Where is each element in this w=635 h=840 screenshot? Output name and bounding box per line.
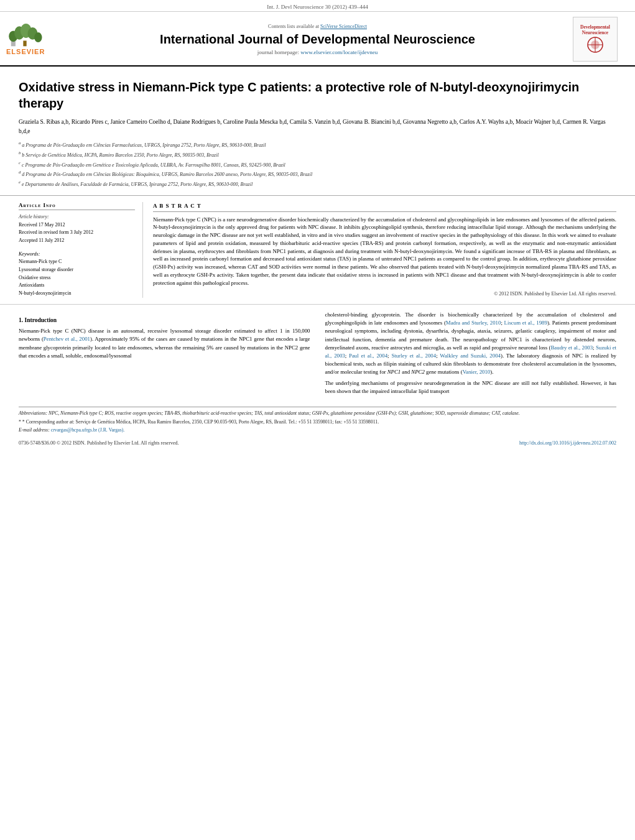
abbreviations-note: Abbreviations: NPC, Niemann-Pick type C;… bbox=[19, 410, 616, 417]
affil-a: a a Programa de Pós-Graduação em Ciência… bbox=[19, 140, 616, 149]
affiliations: a a Programa de Pós-Graduação em Ciência… bbox=[19, 140, 616, 188]
page: Int. J. Devl Neuroscience 30 (2012) 439–… bbox=[0, 0, 635, 840]
copyright: © 2012 ISDN. Published by Elsevier Ltd. … bbox=[153, 290, 616, 298]
elsevier-graphic-icon bbox=[6, 23, 44, 48]
email-link[interactable]: crvargas@hcpa.ufrgs.br (J.R. Vargas). bbox=[51, 427, 125, 433]
article-info-abstract: Article Info Article history: Received 1… bbox=[0, 196, 635, 304]
keywords-label: Keywords: bbox=[19, 251, 135, 257]
devneuro-logo-icon bbox=[580, 35, 611, 54]
ref-walkley[interactable]: Walkley and Suzuki, 2004 bbox=[440, 353, 501, 359]
keywords-list: Niemann-Pick type C Lysosomal storage di… bbox=[19, 258, 135, 298]
affil-e: e e Departamento de Análises, Faculdade … bbox=[19, 179, 616, 188]
intro-para-2: cholesterol-binding glycoprotein. The di… bbox=[325, 311, 617, 377]
top-citation-bar: Int. J. Devl Neuroscience 30 (2012) 439–… bbox=[0, 0, 635, 12]
keywords-block: Keywords: Niemann-Pick type C Lysosomal … bbox=[19, 251, 135, 298]
article-history: Article history: Received 17 May 2012 Re… bbox=[19, 214, 135, 245]
ref-liscum[interactable]: Liscum et al., 1989 bbox=[504, 320, 547, 326]
elsevier-text: ELSEVIER bbox=[6, 48, 62, 55]
article-header: Oxidative stress in Niemann-Pick type C … bbox=[0, 67, 635, 196]
article-title: Oxidative stress in Niemann-Pick type C … bbox=[19, 79, 616, 111]
history-label: Article history: bbox=[19, 214, 135, 219]
ref-sturley[interactable]: Sturley et al., 2004 bbox=[391, 353, 436, 359]
bottom-bar: 0736-5748/$36.00 © 2012 ISDN. Published … bbox=[0, 436, 635, 448]
article-info-col: Article Info Article history: Received 1… bbox=[19, 202, 143, 298]
homepage-link[interactable]: www.elsevier.com/locate/ijdevneu bbox=[300, 49, 378, 55]
svg-point-5 bbox=[34, 32, 42, 42]
body-col-right: cholesterol-binding glycoprotein. The di… bbox=[318, 311, 617, 398]
contents-available: Contents lists available at SciVerse Sci… bbox=[62, 24, 573, 29]
body-section: 1. Introduction Niemann-Pick type C (NPC… bbox=[0, 304, 635, 404]
journal-title-area: Contents lists available at SciVerse Sci… bbox=[62, 24, 573, 55]
intro-heading: 1. Introduction bbox=[19, 316, 310, 325]
received-date: Received 17 May 2012 Received in revised… bbox=[19, 221, 135, 245]
email-note: E-mail address: crvargas@hcpa.ufrgs.br (… bbox=[19, 427, 616, 434]
affil-b: b b Serviço de Genética Médica, HCPA, Ra… bbox=[19, 150, 616, 159]
intro-para-1: Niemann-Pick type C (NPC) disease is an … bbox=[19, 327, 310, 360]
ref-baudry[interactable]: Baudry et al., 2003 bbox=[550, 344, 593, 351]
corresponding-note: * * Corresponding author at: Serviço de … bbox=[19, 418, 616, 426]
article-info-label: Article Info bbox=[19, 202, 135, 210]
journal-homepage: journal homepage: www.elsevier.com/locat… bbox=[62, 49, 573, 55]
devneuro-logo-title: DevelopmentalNeuroscience bbox=[580, 24, 610, 35]
body-col-left: 1. Introduction Niemann-Pick type C (NPC… bbox=[19, 311, 318, 398]
devneuro-logo-area: DevelopmentalNeuroscience bbox=[573, 17, 623, 62]
elsevier-logo bbox=[6, 23, 62, 48]
issn-text: 0736-5748/$36.00 © 2012 ISDN. Published … bbox=[19, 440, 179, 446]
citation-text: Int. J. Devl Neuroscience 30 (2012) 439–… bbox=[267, 4, 368, 10]
ref-paul[interactable]: Paul et al., 2004 bbox=[349, 353, 387, 359]
affil-d: d d Programa de Pós-Graduação em Ciência… bbox=[19, 169, 616, 178]
devneuro-logo: DevelopmentalNeuroscience bbox=[573, 17, 618, 62]
affil-c: c c Programa de Pós-Graduação em Genétic… bbox=[19, 160, 616, 169]
doi-link[interactable]: http://dx.doi.org/10.1016/j.ijdevneu.201… bbox=[519, 440, 616, 446]
abstract-label: A B S T R A C T bbox=[153, 202, 616, 212]
authors-list: Graziela S. Ribas a,b, Ricardo Pires c, … bbox=[19, 118, 616, 136]
svg-rect-6 bbox=[23, 40, 26, 46]
journal-title: International Journal of Developmental N… bbox=[62, 31, 573, 47]
footnotes: Abbreviations: NPC, Niemann-Pick type C;… bbox=[19, 407, 616, 434]
intro-para-3: The underlying mechanisms of progressive… bbox=[325, 379, 617, 395]
email-label: E-mail address: bbox=[19, 427, 50, 433]
ref-vanier[interactable]: Vanier, 2010 bbox=[463, 369, 491, 375]
ref-madra[interactable]: Madra and Sturley, 2010 bbox=[446, 320, 501, 326]
ref-pentchev[interactable]: Pentchev et al., 2001 bbox=[44, 336, 90, 342]
elsevier-logo-area: ELSEVIER bbox=[6, 23, 62, 55]
sciverse-link[interactable]: SciVerse ScienceDirect bbox=[320, 24, 367, 29]
journal-header: ELSEVIER Contents lists available at Sci… bbox=[0, 12, 635, 67]
abstract-text: Niemann-Pick type C (NPC) is a rare neur… bbox=[153, 216, 616, 287]
abstract-col: A B S T R A C T Niemann-Pick type C (NPC… bbox=[143, 202, 616, 298]
